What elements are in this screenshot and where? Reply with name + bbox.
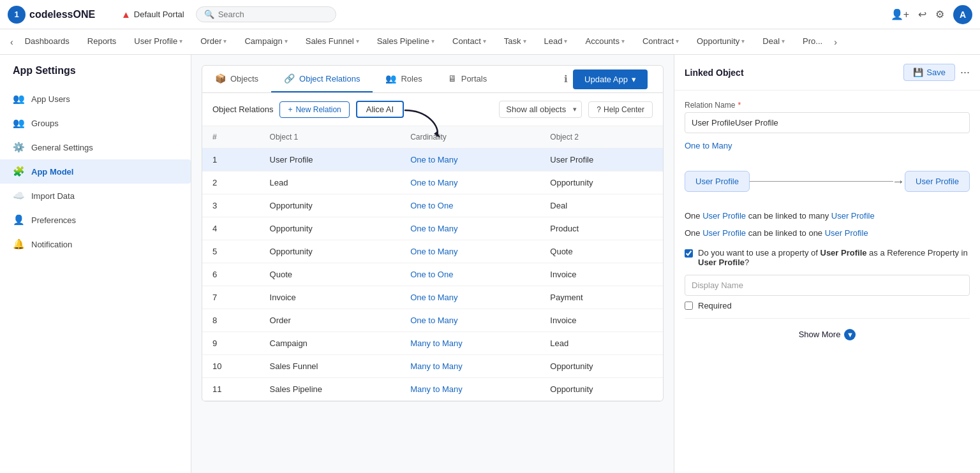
connector-line: [750, 181, 893, 182]
sidebar-item-general-settings[interactable]: ⚙️ General Settings: [0, 135, 191, 159]
nav-item-deal[interactable]: Deal▾: [754, 29, 794, 54]
help-center-button[interactable]: ? Help Center: [588, 101, 653, 118]
table-row[interactable]: 6QuoteOne to OneInvoice: [202, 263, 663, 286]
row-obj1: Order: [260, 309, 401, 332]
table-row[interactable]: 5OpportunityOne to ManyQuote: [202, 240, 663, 263]
required-checkbox[interactable]: [685, 302, 693, 310]
tab-roles[interactable]: 👥 Roles: [373, 66, 434, 93]
search-bar[interactable]: 🔍: [196, 6, 336, 22]
sidebar-item-app-users[interactable]: 👥 App Users: [0, 87, 191, 111]
alice-btn-wrapper: Alice AI: [356, 101, 404, 118]
row-cardinality: One to One: [400, 194, 540, 217]
import-icon: ☁️: [13, 190, 25, 201]
alice-ai-button[interactable]: Alice AI: [356, 101, 404, 118]
content-area: 📦 Objects 🔗 Object Relations 👥 Roles 🖥 P…: [191, 55, 674, 473]
portal-button[interactable]: ▲ Default Portal: [116, 6, 189, 22]
nav-item-task[interactable]: Task▾: [495, 29, 535, 54]
relation-text-2: One User Profile can be linked to one Us…: [685, 227, 970, 240]
nav-item-user-profile[interactable]: User Profile▾: [125, 29, 191, 54]
dropdown-arrow: ▾: [285, 38, 288, 45]
sidebar-label: Notification: [31, 240, 72, 249]
rel-text-link4[interactable]: User Profile: [825, 228, 868, 238]
nav-label: Task: [504, 36, 521, 46]
avatar[interactable]: A: [953, 5, 972, 24]
sidebar-item-notification[interactable]: 🔔 Notification: [0, 232, 191, 256]
nav-item-contact[interactable]: Contact▾: [443, 29, 495, 54]
nav-item-contract[interactable]: Contract▾: [634, 29, 688, 54]
row-num: 6: [202, 263, 260, 286]
relations-table: # Object 1 Cardinality Object 2 1User Pr…: [202, 126, 663, 401]
settings-icon[interactable]: ⚙: [935, 8, 944, 20]
cardinality-link-panel[interactable]: One to Many: [685, 141, 970, 150]
new-relation-label: New Relation: [295, 105, 341, 114]
nav-item-lead[interactable]: Lead▾: [535, 29, 577, 54]
show-more-row[interactable]: Show More ▼: [685, 324, 970, 346]
sidebar-item-import-data[interactable]: ☁️ Import Data: [0, 184, 191, 208]
preferences-icon: 👤: [13, 214, 25, 226]
table-row[interactable]: 2LeadOne to ManyOpportunity: [202, 171, 663, 194]
portal-icon: ▲: [121, 9, 131, 20]
display-name-select[interactable]: Display Name: [685, 275, 970, 296]
rel-text-link2[interactable]: User Profile: [831, 211, 875, 221]
tab-object-relations[interactable]: 🔗 Object Relations: [271, 66, 373, 93]
nav-item-order[interactable]: Order▾: [191, 29, 235, 54]
nav-item-sales-funnel[interactable]: Sales Funnel▾: [297, 29, 368, 54]
row-cardinality: One to One: [400, 263, 540, 286]
sidebar-item-app-model[interactable]: 🧩 App Model: [0, 159, 191, 184]
row-obj2: Opportunity: [540, 355, 663, 378]
save-button[interactable]: 💾 Save: [903, 64, 955, 81]
nav-item-sales-pipeline[interactable]: Sales Pipeline▾: [368, 29, 443, 54]
sidebar-item-groups[interactable]: 👥 Groups: [0, 111, 191, 135]
table-row[interactable]: 10Sales FunnelMany to ManyOpportunity: [202, 355, 663, 378]
add-user-icon[interactable]: 👤+: [891, 8, 909, 20]
nav-item-pro[interactable]: Pro...: [794, 29, 831, 54]
reference-property-row: Do you want to use a property of User Pr…: [685, 248, 970, 267]
tab-objects[interactable]: 📦 Objects: [202, 66, 271, 93]
table-row[interactable]: 4OpportunityOne to ManyProduct: [202, 217, 663, 240]
nav-prev-button[interactable]: ‹: [8, 37, 16, 47]
portals-tab-icon: 🖥: [448, 73, 457, 84]
nav-item-accounts[interactable]: Accounts▾: [576, 29, 633, 54]
nav-next-button[interactable]: ›: [831, 37, 840, 47]
search-icon: 🔍: [204, 10, 214, 19]
info-button[interactable]: ℹ: [564, 73, 568, 85]
new-relation-button[interactable]: + New Relation: [279, 101, 349, 118]
nav-label: Dashboards: [25, 36, 70, 46]
row-cardinality: One to Many: [400, 286, 540, 309]
table-row[interactable]: 11Sales PipelineMany to ManyOpportunity: [202, 378, 663, 401]
rel-text-link3[interactable]: User Profile: [702, 228, 746, 238]
relation-obj1-box: User Profile: [685, 171, 750, 192]
search-input[interactable]: [218, 10, 314, 19]
table-row[interactable]: 8OrderOne to ManyInvoice: [202, 309, 663, 332]
relation-name-input[interactable]: [685, 112, 970, 133]
table-toolbar: Object Relations + New Relation Alice AI: [202, 93, 663, 126]
table-row[interactable]: 1User ProfileOne to ManyUser Profile: [202, 149, 663, 171]
sidebar-label: Import Data: [31, 191, 75, 201]
nav-item-campaign[interactable]: Campaign▾: [235, 29, 296, 54]
table-header-row: # Object 1 Cardinality Object 2: [202, 126, 663, 149]
table-row[interactable]: 9CampaignMany to ManyLead: [202, 332, 663, 355]
app-logo[interactable]: 1 codelessONE: [8, 6, 110, 24]
row-obj2: Lead: [540, 332, 663, 355]
show-all-select[interactable]: Show all objects: [499, 101, 582, 118]
nav-item-reports[interactable]: Reports: [78, 29, 126, 54]
reference-property-checkbox[interactable]: [685, 249, 693, 258]
table-row[interactable]: 7InvoiceOne to ManyPayment: [202, 286, 663, 309]
dropdown-arrow: ▾: [676, 38, 679, 45]
row-num: 8: [202, 309, 260, 332]
history-icon[interactable]: ↩: [918, 8, 926, 20]
dropdown-arrow: ▾: [356, 38, 359, 45]
table-row[interactable]: 3OpportunityOne to OneDeal: [202, 194, 663, 217]
tab-portals[interactable]: 🖥 Portals: [435, 66, 500, 93]
nav-item-opportunity[interactable]: Opportunity▾: [688, 29, 754, 54]
update-app-button[interactable]: Update App ▾: [573, 69, 648, 89]
rel-text-link1[interactable]: User Profile: [702, 211, 746, 221]
nav-label: Pro...: [803, 36, 822, 46]
more-options-button[interactable]: ···: [960, 66, 970, 79]
gear-icon: ⚙️: [13, 142, 25, 153]
row-num: 3: [202, 194, 260, 217]
row-num: 9: [202, 332, 260, 355]
row-cardinality: One to Many: [400, 149, 540, 171]
sidebar-item-preferences[interactable]: 👤 Preferences: [0, 208, 191, 232]
nav-item-dashboards[interactable]: Dashboards: [16, 29, 78, 54]
